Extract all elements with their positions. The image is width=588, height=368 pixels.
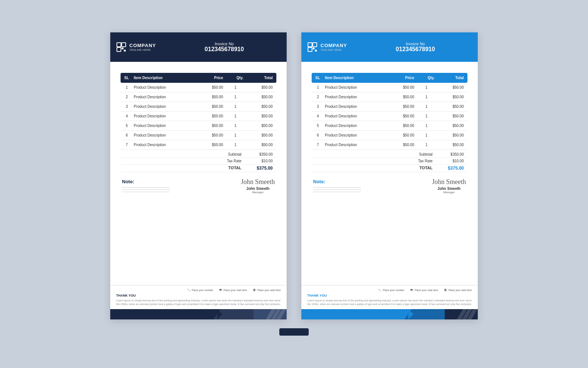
cell-4: $50.00 — [245, 131, 276, 140]
sig-title: Manager — [241, 191, 275, 194]
cell-3: 1 — [225, 140, 245, 150]
svg-rect-11 — [315, 50, 317, 52]
company-name: COMPANY — [129, 43, 156, 48]
col-header-item-description: Item Description — [323, 73, 388, 83]
table-row: 7Product Description$50.001$50.00 — [121, 140, 276, 150]
invoice-footer: Place your number Place your mail here P… — [110, 285, 287, 308]
table-row: 6Product Description$50.001$50.00 — [121, 131, 276, 140]
bottom-bar-shapes — [301, 309, 478, 319]
invoice-no-block: Invoice No 012345678910 — [396, 42, 435, 53]
cell-2: $50.00 — [197, 140, 225, 150]
svg-rect-2 — [117, 47, 121, 52]
cell-1: Product Description — [132, 131, 197, 140]
cell-2: $50.00 — [388, 112, 416, 121]
table-row: 1Product Description$50.001$50.00 — [312, 83, 467, 92]
invoice-label: Invoice No — [205, 42, 244, 46]
total-value: $350.00 — [252, 152, 273, 156]
cell-2: $50.00 — [388, 83, 416, 92]
table-row: 6Product Description$50.001$50.00 — [312, 131, 467, 140]
cell-3: 1 — [416, 112, 437, 121]
col-header-qty.: Qty. — [225, 73, 245, 83]
footer-lorem: Lorem Ipsum is simply dummy text of the … — [307, 299, 472, 306]
header-right: Invoice No 012345678910 — [353, 32, 478, 62]
svg-rect-1 — [122, 43, 126, 47]
table-row: 1Product Description$50.001$50.00 — [121, 83, 276, 92]
footer-lorem: Lorem Ipsum is simply dummy text of the … — [116, 299, 281, 306]
cell-2: $50.00 — [388, 121, 416, 131]
bottom-bar — [301, 309, 478, 319]
svg-rect-10 — [313, 47, 315, 49]
cell-0: 7 — [121, 140, 132, 150]
bottom-chevron — [217, 309, 222, 319]
thank-you: THANK YOU — [116, 294, 281, 297]
invoice-blue: COMPANY TAGLINE HERE Invoice No 01234567… — [301, 32, 478, 319]
cell-0: 3 — [312, 102, 323, 112]
note-line-1 — [313, 187, 361, 188]
company-name: COMPANY — [320, 43, 347, 48]
note-section: Note: — [313, 179, 361, 194]
table-row: 7Product Description$50.001$50.00 — [312, 140, 467, 150]
cell-4: $50.00 — [245, 102, 276, 112]
totals-row-tax-rate: Tax Rate$10.00 — [121, 158, 276, 164]
cell-0: 6 — [121, 131, 132, 140]
cell-1: Product Description — [323, 102, 388, 112]
totals-row-total: TOTAL$375.00 — [121, 164, 276, 172]
cell-2: $50.00 — [197, 102, 225, 112]
cell-3: 1 — [225, 131, 245, 140]
contact-phone: Place your number — [187, 289, 214, 291]
note-line-2 — [313, 190, 361, 190]
contact-phone: Place your number — [379, 289, 405, 291]
total-label: Tax Rate — [227, 159, 241, 163]
table-row: 4Product Description$50.001$50.00 — [121, 112, 276, 121]
totals-row-subtotal: Subtotal$350.00 — [121, 151, 276, 158]
note-label: Note: — [122, 179, 170, 184]
web-icon — [253, 289, 256, 291]
svg-rect-7 — [308, 43, 312, 47]
company-tagline: TAGLINE HERE — [320, 48, 347, 52]
bottom-right — [254, 309, 287, 319]
cell-4: $50.00 — [245, 140, 276, 150]
table-row: 2Product Description$50.001$50.00 — [312, 92, 467, 102]
bottom-chevron — [408, 309, 413, 319]
cell-2: $50.00 — [197, 92, 225, 102]
cell-2: $50.00 — [388, 131, 416, 140]
invoice-number: 012345678910 — [396, 46, 435, 53]
signature-cursive: John Smeeth — [241, 178, 275, 186]
cell-1: Product Description — [323, 131, 388, 140]
thank-you: THANK YOU — [307, 294, 472, 297]
logo-section: COMPANY TAGLINE HERE — [301, 32, 353, 62]
cell-4: $50.00 — [245, 121, 276, 131]
cell-0: 1 — [312, 83, 323, 92]
company-tagline: TAGLINE HERE — [129, 48, 156, 52]
totals-section: Subtotal$350.00Tax Rate$10.00TOTAL$375.0… — [312, 151, 467, 172]
cell-4: $50.00 — [437, 83, 467, 92]
cell-1: Product Description — [323, 83, 388, 92]
invoice-body: SLItem DescriptionPriceQty.Total1Product… — [110, 62, 287, 277]
cell-0: 6 — [312, 131, 323, 140]
table-row: 3Product Description$50.001$50.00 — [312, 102, 467, 112]
sig-name: John Smeeth — [241, 187, 275, 191]
col-header-sl: SL — [312, 73, 323, 83]
invoice-table: SLItem DescriptionPriceQty.Total1Product… — [121, 73, 276, 150]
cell-2: $50.00 — [197, 121, 225, 131]
cell-3: 1 — [416, 83, 437, 92]
note-sig-section: Note: John Smeeth John Smeeth Manager — [312, 178, 467, 194]
cell-0: 5 — [312, 121, 323, 131]
cell-0: 3 — [121, 102, 132, 112]
cell-1: Product Description — [132, 112, 197, 121]
cell-2: $50.00 — [388, 140, 416, 150]
mail-icon — [410, 289, 413, 291]
total-value: $375.00 — [252, 166, 273, 171]
cell-0: 4 — [312, 112, 323, 121]
cell-4: $50.00 — [437, 140, 467, 150]
svg-rect-0 — [117, 43, 121, 47]
editable-label — [279, 328, 309, 336]
cell-3: 1 — [416, 131, 437, 140]
svg-rect-8 — [313, 43, 317, 47]
cell-3: 1 — [416, 102, 437, 112]
footer-contact: Place your number Place your mail here P… — [116, 289, 281, 291]
company-logo-icon — [116, 42, 126, 52]
cell-3: 1 — [416, 121, 437, 131]
signature-section: John Smeeth John Smeeth Manager — [432, 178, 466, 194]
col-header-total: Total — [245, 73, 276, 83]
